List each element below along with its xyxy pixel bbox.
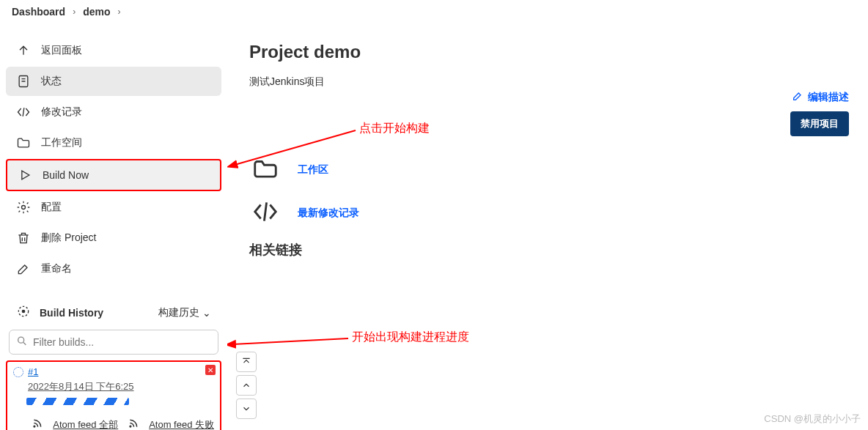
trash-icon <box>16 231 31 245</box>
build-number-link[interactable]: #1 <box>28 366 38 377</box>
breadcrumb: Dashboard › demo › <box>0 0 868 24</box>
annotation-text-2: 开始出现构建进程进度 <box>352 330 469 345</box>
folder-icon <box>16 136 31 150</box>
sidebar-label: 配置 <box>41 201 62 214</box>
sidebar-label: Build Now <box>43 169 89 181</box>
atom-feed-fail-link[interactable]: Atom feed 失败 <box>149 418 214 430</box>
watermark: CSDN @机灵的小小子 <box>764 412 861 426</box>
pencil-icon <box>792 90 803 104</box>
sidebar-label: 修改记录 <box>41 105 82 119</box>
disable-project-button[interactable]: 禁用项目 <box>790 111 849 136</box>
folder-icon <box>249 155 282 185</box>
build-history-header: Build History 构建历史 ⌄ <box>6 295 221 330</box>
pencil-icon <box>16 262 31 276</box>
build-date-link[interactable]: 2022年8月14日 下午6:25 <box>28 380 214 393</box>
scroll-down-button[interactable] <box>236 399 257 419</box>
sidebar-item-rename[interactable]: 重命名 <box>6 254 221 283</box>
sidebar-label: 工作空间 <box>41 136 82 149</box>
cancel-build-button[interactable]: ✕ <box>205 365 216 375</box>
arrow-up-icon <box>16 43 31 58</box>
rss-icon <box>32 418 43 430</box>
code-icon <box>249 198 282 228</box>
breadcrumb-demo[interactable]: demo <box>83 6 110 18</box>
chevron-down-icon: ⌄ <box>202 307 211 319</box>
search-icon <box>16 336 28 349</box>
build-status-icon <box>13 367 23 377</box>
breadcrumb-dashboard[interactable]: Dashboard <box>12 6 65 18</box>
sidebar-item-back[interactable]: 返回面板 <box>6 36 221 65</box>
sidebar-item-configure[interactable]: 配置 <box>6 193 221 222</box>
build-progress-bar[interactable] <box>26 398 129 405</box>
rss-icon <box>128 418 139 430</box>
changes-link-row[interactable]: 最新修改记录 <box>249 198 853 228</box>
main-content: Project demo 测试Jenkins项目 工作区 最新修改记录 相关链接… <box>227 24 868 430</box>
svg-point-3 <box>22 310 24 312</box>
annotation-text-1: 点击开始构建 <box>359 121 430 136</box>
history-icon <box>16 304 31 321</box>
scroll-top-button[interactable] <box>236 352 257 372</box>
sidebar-label: 返回面板 <box>41 44 82 57</box>
sidebar-item-workspace[interactable]: 工作空间 <box>6 128 221 157</box>
changes-link[interactable]: 最新修改记录 <box>298 207 359 220</box>
play-icon <box>18 168 32 182</box>
build-history-panel: ✕ #1 2022年8月14日 下午6:25 Atom feed 全部 Atom… <box>6 360 221 430</box>
sidebar-item-status[interactable]: 状态 <box>6 67 221 96</box>
build-history-title: Build History <box>40 307 103 319</box>
svg-point-4 <box>18 337 24 343</box>
scroll-up-button[interactable] <box>236 375 257 396</box>
svg-point-5 <box>34 426 35 427</box>
build-history-trend-toggle[interactable]: 构建历史 ⌄ <box>158 306 211 319</box>
project-description: 测试Jenkins项目 <box>249 75 853 89</box>
page-title: Project demo <box>249 42 853 62</box>
gear-icon <box>16 200 31 215</box>
related-links-heading: 相关链接 <box>249 241 853 259</box>
sidebar: 返回面板 状态 修改记录 工作空间 Build Now 配置 删除 Projec… <box>0 24 227 430</box>
document-icon <box>16 74 31 89</box>
atom-feed-all-link[interactable]: Atom feed 全部 <box>53 418 118 430</box>
svg-point-1 <box>22 206 26 210</box>
sidebar-label: 重命名 <box>41 262 72 275</box>
scroll-nav <box>236 352 257 419</box>
sidebar-label: 删除 Project <box>41 231 96 245</box>
filter-builds-input[interactable] <box>9 330 218 355</box>
sidebar-item-build-now[interactable]: Build Now <box>6 159 221 191</box>
sidebar-item-delete[interactable]: 删除 Project <box>6 223 221 253</box>
workspace-link[interactable]: 工作区 <box>298 163 328 177</box>
svg-point-6 <box>130 426 131 427</box>
chevron-right-icon: › <box>73 7 76 17</box>
workspace-link-row[interactable]: 工作区 <box>249 155 853 185</box>
sidebar-label: 状态 <box>41 75 62 88</box>
sidebar-item-changes[interactable]: 修改记录 <box>6 97 221 127</box>
code-icon <box>16 105 31 119</box>
edit-description-link[interactable]: 编辑描述 <box>792 90 849 104</box>
chevron-right-icon: › <box>117 7 120 17</box>
